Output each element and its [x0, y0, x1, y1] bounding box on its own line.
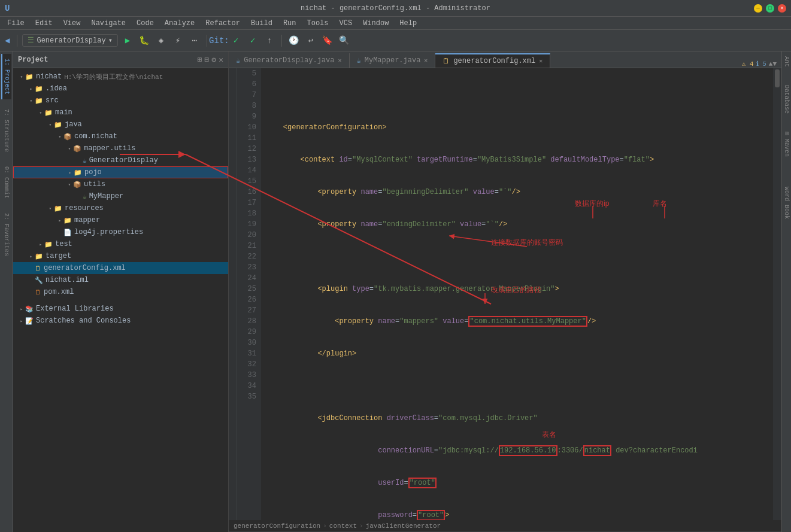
tree-item-main[interactable]: ▾ 📁 main [13, 107, 228, 118]
tree-item-mymapper[interactable]: ▸ ☕ MyMapper [13, 190, 228, 202]
tab-generatorconfig[interactable]: 🗒 generatorConfig.xml ✕ [435, 53, 550, 68]
code-line-16: connectionURL="jdbc:mysql://192.168.56.1… [266, 445, 773, 456]
run-button[interactable]: ▶ [120, 34, 135, 48]
git-check2-button[interactable]: ✓ [246, 34, 260, 48]
tree-item-idea[interactable]: ▸ 📁 .idea [13, 83, 228, 95]
scrollbar-area[interactable] [773, 68, 781, 520]
tree-item-log4j[interactable]: ▸ 📄 log4j.properties [13, 226, 228, 238]
panel-ant[interactable]: Ant [782, 54, 791, 69]
tab-close-generatorconfig[interactable]: ✕ [539, 57, 543, 65]
tree-item-pojo[interactable]: ▸ 📁 pojo [13, 166, 228, 178]
tab-label-generator: GeneratorDisplay.java [244, 56, 334, 65]
history-button[interactable]: ↩ [304, 34, 318, 48]
tab-close-mymapper[interactable]: ✕ [424, 57, 428, 64]
tab-chevron-down[interactable]: ▼ [772, 60, 777, 68]
tab-mymapper[interactable]: ☕ MyMapper.java ✕ [350, 53, 436, 68]
tab-chevron-up[interactable]: ▲ [769, 60, 773, 68]
tab-xml-icon: 🗒 [443, 57, 450, 66]
clock-button[interactable]: 🕐 [287, 34, 301, 48]
menu-edit[interactable]: Edit [31, 18, 57, 29]
tree-label-mapper-folder: mapper [74, 216, 100, 224]
menu-analyze[interactable]: Analyze [160, 18, 199, 29]
panel-database[interactable]: Database [782, 83, 791, 116]
sidebar-item-structure[interactable]: 7: Structure [2, 104, 11, 157]
panel-collapse-icon[interactable]: ⊟ [205, 55, 210, 65]
panel-settings-icon[interactable]: ⚙ [211, 55, 216, 65]
tab-label-mymapper: MyMapper.java [365, 56, 421, 65]
tree-item-mapper-folder[interactable]: ▸ 📁 mapper [13, 214, 228, 226]
panel-title: Project [18, 56, 48, 64]
tree-label-scratches: Scratches and Consoles [36, 317, 131, 325]
run-config-dropdown[interactable]: ☰ GeneratorDisplay ▾ [22, 34, 117, 47]
tree-item-java[interactable]: ▾ 📁 java [13, 118, 228, 130]
sidebar-item-project[interactable]: 1: Project [1, 54, 11, 99]
tabs-bar: ☕ GeneratorDisplay.java ✕ ☕ MyMapper.jav… [229, 51, 781, 68]
tree-item-ext-libs[interactable]: ▸ 📚 External Libraries [13, 303, 228, 315]
tree-item-utils[interactable]: ▾ 📦 utils [13, 178, 228, 190]
coverage-button[interactable]: ◈ [154, 34, 168, 48]
tab-java-icon: ☕ [236, 56, 240, 65]
menu-tools[interactable]: Tools [302, 18, 334, 29]
code-line-17: userId="root" [266, 478, 773, 488]
minimize-button[interactable]: ─ [754, 4, 762, 13]
tab-java-icon2: ☕ [357, 56, 361, 65]
tree-label-mapper-utils: mapper.utils [84, 144, 135, 153]
close-button[interactable]: ✕ [778, 4, 786, 13]
git-check-button[interactable]: ✓ [229, 34, 243, 48]
breadcrumb-item-1[interactable]: generatorConfiguration [234, 522, 320, 530]
tree-item-generatorconfig[interactable]: ▸ 🗒 generatorConfig.xml [13, 262, 228, 274]
menu-vcs[interactable]: VCS [335, 18, 357, 29]
tree-item-scratches[interactable]: ▸ 📝 Scratches and Consoles [13, 315, 228, 327]
more-run-button[interactable]: ⋯ [187, 34, 202, 48]
scrollbar-thumb[interactable] [775, 69, 780, 87]
tree-label-target: target [46, 252, 71, 260]
panel-wordbook[interactable]: Word Book [782, 184, 791, 221]
menu-code[interactable]: Code [132, 18, 159, 29]
tab-generator-display[interactable]: ☕ GeneratorDisplay.java ✕ [229, 53, 350, 68]
tree-item-src[interactable]: ▾ 📁 src [13, 95, 228, 107]
tree-item-target[interactable]: ▸ 📁 target [13, 250, 228, 262]
tree-label-generatorconfig: generatorConfig.xml [44, 264, 126, 272]
panel-close-icon[interactable]: ✕ [219, 55, 223, 65]
main-area: 1: Project 7: Structure 0: Commit 2: Fav… [0, 51, 791, 532]
code-line-9: <property name="endingDelimiter" value="… [266, 219, 773, 230]
menu-view[interactable]: View [59, 18, 86, 29]
tree-label-idea: .idea [46, 84, 67, 93]
git-push-button[interactable]: ↑ [262, 34, 277, 48]
menu-refactor[interactable]: Refactor [201, 18, 245, 29]
tree-item-generator-display[interactable]: ▸ ☕ GeneratorDisplay [13, 154, 228, 166]
git-button[interactable]: Git: [212, 34, 226, 48]
tab-close-generator[interactable]: ✕ [338, 57, 341, 64]
breadcrumb-item-2[interactable]: context [329, 522, 357, 530]
sidebar-item-favorites[interactable]: 2: Favorites [2, 208, 11, 261]
tree-item-test[interactable]: ▸ 📁 test [13, 238, 228, 250]
search-button[interactable]: 🔍 [337, 34, 351, 48]
tree-item-com-nichat[interactable]: ▾ 📦 com.nichat [13, 130, 228, 142]
line-numbers: 5 6 7 8 9 10 11 12 13 14 15 16 17 18 19 … [237, 68, 261, 520]
code-line-14 [266, 381, 773, 391]
menu-file[interactable]: File [2, 18, 29, 29]
tree-item-nichat-iml[interactable]: ▸ 🔧 nichat.iml [13, 274, 228, 286]
menu-navigate[interactable]: Navigate [86, 18, 131, 29]
menu-help[interactable]: Help [395, 18, 422, 29]
sidebar-item-commit[interactable]: 0: Commit [2, 162, 11, 203]
title-bar-controls: ─ □ ✕ [754, 4, 786, 13]
tree-item-pom[interactable]: ▸ 🗒 pom.xml [13, 286, 228, 298]
bookmark-button[interactable]: 🔖 [320, 34, 335, 48]
panel-expand-icon[interactable]: ⊞ [198, 55, 202, 65]
profile-button[interactable]: ⚡ [171, 34, 185, 48]
tree-label-pojo: pojo [84, 168, 102, 177]
tree-item-resources[interactable]: ▾ 📁 resources [13, 202, 228, 214]
breadcrumb-item-3[interactable]: javaClientGenerator [366, 522, 441, 530]
panel-maven[interactable]: m Maven [782, 129, 791, 159]
menu-window[interactable]: Window [358, 18, 393, 29]
tree-item-root[interactable]: ▾ 📁 nichat H:\学习的项目工程文件\nichat [13, 71, 228, 83]
tree-item-mapper-utils[interactable]: ▾ 📦 mapper.utils [13, 142, 228, 154]
menu-build[interactable]: Build [246, 18, 277, 29]
code-content[interactable]: <generatorConfiguration> <context id="My… [261, 68, 773, 520]
debug-button[interactable]: 🐛 [137, 34, 151, 48]
tree-label-ext-libs: External Libraries [36, 305, 114, 313]
menu-run[interactable]: Run [278, 18, 301, 29]
maximize-button[interactable]: □ [766, 4, 774, 13]
right-panels: Ant Database m Maven Word Book [781, 51, 791, 532]
